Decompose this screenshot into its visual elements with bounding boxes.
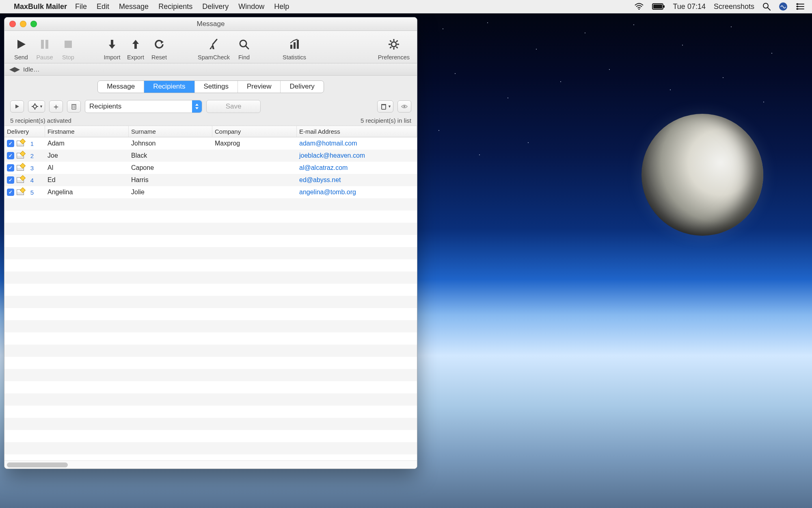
cell-company	[212, 150, 297, 162]
app-window: Message Send Pause Stop Import Export Re…	[4, 17, 417, 469]
tab-preview[interactable]: Preview	[238, 81, 281, 93]
import-button[interactable]: Import	[100, 36, 124, 61]
cell-email: al@alcatraz.com	[297, 162, 417, 174]
svg-rect-20	[134, 44, 137, 49]
wifi-icon[interactable]	[634, 3, 644, 10]
gear-dropdown-button[interactable]: ▼	[28, 100, 45, 113]
menu-recipients[interactable]: Recipients	[158, 2, 192, 11]
battery-icon[interactable]	[652, 3, 665, 10]
tab-delivery[interactable]: Delivery	[281, 81, 323, 93]
cell-surname: Johnson	[129, 137, 212, 150]
tab-recipients[interactable]: Recipients	[144, 81, 194, 93]
svg-point-4	[763, 3, 768, 8]
row-checkbox[interactable]: ✓	[7, 152, 14, 159]
pause-button[interactable]: Pause	[33, 36, 56, 61]
svg-line-22	[213, 39, 217, 44]
table-row-empty	[4, 320, 417, 332]
table-row-empty	[4, 211, 417, 223]
cell-email: angelina@tomb.org	[297, 186, 417, 198]
stop-label: Stop	[62, 54, 74, 61]
refresh-icon	[154, 36, 164, 52]
cell-company	[212, 186, 297, 198]
table-header[interactable]: Delivery Firstname Surname Company E-mai…	[4, 126, 417, 137]
export-label: Export	[127, 54, 144, 61]
col-company[interactable]: Company	[212, 126, 297, 137]
table-row[interactable]: ✓4EdHarrised@abyss.net	[4, 174, 417, 186]
svg-point-38	[33, 105, 37, 108]
send-button[interactable]: Send	[9, 36, 33, 61]
preview-eye-button[interactable]	[397, 100, 411, 113]
table-row-empty	[4, 393, 417, 406]
table-row-empty	[4, 296, 417, 308]
find-button[interactable]: Find	[232, 36, 256, 61]
cell-surname: Capone	[129, 162, 212, 174]
trash-dropdown-button[interactable]: ▼	[377, 100, 393, 113]
svg-marker-19	[132, 40, 139, 44]
menubar-tray-label[interactable]: Screenshots	[714, 2, 754, 11]
app-name[interactable]: MaxBulk Mailer	[14, 2, 67, 11]
minimize-button[interactable]	[20, 21, 26, 27]
col-firstname[interactable]: Firstname	[45, 126, 129, 137]
play-list-button[interactable]	[10, 100, 24, 113]
export-button[interactable]: Export	[124, 36, 147, 61]
statistics-button[interactable]: Statistics	[280, 36, 309, 61]
svg-rect-25	[290, 45, 292, 49]
table-row[interactable]: ✓1AdamJohnsonMaxprogadam@hotmail.com	[4, 137, 417, 150]
menu-delivery[interactable]: Delivery	[202, 2, 229, 11]
svg-point-11	[797, 6, 798, 7]
horizontal-scrollbar[interactable]	[4, 460, 417, 469]
add-recipient-button[interactable]: ＋	[49, 100, 63, 113]
menu-help[interactable]: Help	[274, 2, 289, 11]
tab-message[interactable]: Message	[98, 81, 144, 93]
spotlight-icon[interactable]	[762, 2, 771, 11]
scrollbar-thumb[interactable]	[7, 462, 68, 467]
reset-button[interactable]: Reset	[147, 36, 171, 61]
tabs-row: MessageRecipientsSettingsPreviewDelivery	[4, 76, 417, 98]
svg-rect-15	[45, 40, 48, 49]
menu-window[interactable]: Window	[238, 2, 264, 11]
play-icon	[16, 36, 26, 52]
send-label: Send	[14, 54, 28, 61]
menu-file[interactable]: File	[75, 2, 87, 11]
svg-marker-48	[195, 107, 199, 109]
svg-point-10	[797, 3, 798, 5]
table-row-empty	[4, 454, 417, 460]
tab-settings[interactable]: Settings	[195, 81, 238, 93]
menu-message[interactable]: Message	[119, 2, 149, 11]
save-button[interactable]: Save	[206, 100, 261, 113]
list-select-combo[interactable]: Recipients	[85, 100, 202, 113]
col-email[interactable]: E-mail Address	[297, 126, 417, 137]
col-surname[interactable]: Surname	[129, 126, 212, 137]
notification-center-icon[interactable]	[796, 3, 805, 10]
row-checkbox[interactable]: ✓	[7, 164, 14, 172]
table-row[interactable]: ✓2JoeBlackjoeblack@heaven.com	[4, 150, 417, 162]
stop-button[interactable]: Stop	[56, 36, 80, 61]
tab-bar: MessageRecipientsSettingsPreviewDelivery	[97, 80, 324, 93]
svg-rect-43	[72, 105, 76, 109]
table-row-empty	[4, 223, 417, 235]
inlist-count: 5 recipient(s) in list	[361, 117, 411, 124]
activated-count: 5 recipient(s) activated	[10, 117, 71, 124]
delete-recipient-button[interactable]	[67, 100, 81, 113]
siri-icon[interactable]	[779, 2, 788, 11]
menu-edit[interactable]: Edit	[97, 2, 109, 11]
menubar-clock[interactable]: Tue 07:14	[673, 2, 706, 11]
svg-line-5	[768, 8, 770, 10]
gear-icon	[388, 36, 400, 52]
preferences-button[interactable]: Preferences	[376, 36, 412, 61]
import-label: Import	[104, 54, 120, 61]
zoom-button[interactable]	[30, 21, 37, 27]
close-button[interactable]	[9, 21, 16, 27]
reset-label: Reset	[151, 54, 167, 61]
table-row[interactable]: ✓3AlCaponeal@alcatraz.com	[4, 162, 417, 174]
col-delivery[interactable]: Delivery	[4, 126, 45, 137]
table-row[interactable]: ✓5AngelinaJolieangelina@tomb.org	[4, 186, 417, 198]
titlebar[interactable]: Message	[4, 17, 417, 31]
table-row-empty	[4, 369, 417, 381]
list-tools: ▼ ＋ Recipients Save ▼	[4, 98, 417, 115]
vcard-icon	[17, 189, 24, 195]
spamcheck-button[interactable]: SpamCheck	[195, 36, 232, 61]
row-checkbox[interactable]: ✓	[7, 140, 14, 147]
row-checkbox[interactable]: ✓	[7, 189, 14, 196]
row-checkbox[interactable]: ✓	[7, 176, 14, 184]
